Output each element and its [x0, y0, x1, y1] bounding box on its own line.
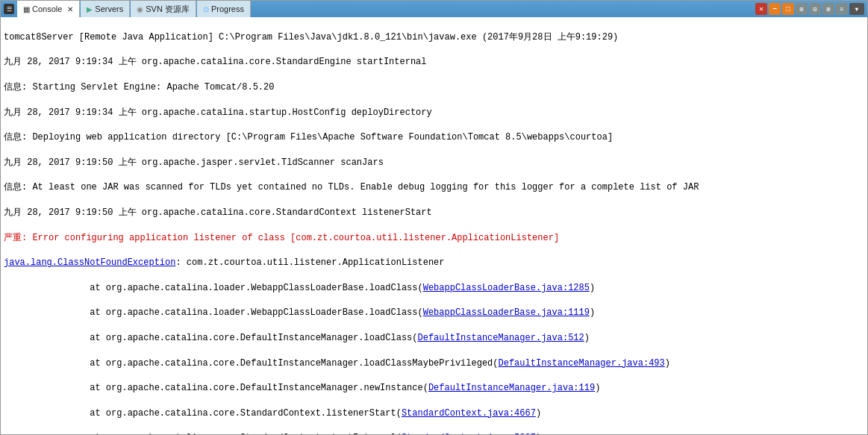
console-output[interactable]: tomcat8Server [Remote Java Application] … [1, 17, 867, 434]
console-tab-label: Console [32, 4, 62, 13]
stack-3: at org.apache.catalina.core.DefaultInsta… [4, 332, 864, 345]
log-line-7: 九月 28, 2017 9:19:50 上午 org.apache.catali… [4, 207, 864, 219]
svn-tab-icon: ◉ [137, 5, 143, 13]
stack-link-7[interactable]: StandardContext.java:5207 [402, 433, 536, 434]
window-controls: ✕ − □ ⊞ ⊟ ⊠ ≡ ▼ [755, 3, 864, 15]
stack-link-3[interactable]: DefaultInstanceManager.java:512 [418, 333, 584, 343]
progress-tab-icon: ⊙ [203, 5, 209, 13]
title-bar: ☰ ▦ Console ✕ ▶ Servers ◉ SVN 资源库 ⊙ Prog… [1, 1, 867, 17]
tab-servers[interactable]: ▶ Servers [81, 1, 130, 17]
extra-btn-2[interactable]: − [769, 3, 781, 15]
extra-btn-8[interactable]: ▼ [849, 3, 864, 15]
stack-6: at org.apache.catalina.core.StandardCont… [4, 407, 864, 420]
log-line-8: 严重: Error configuring application listen… [4, 232, 864, 245]
extra-btn-4[interactable]: ⊞ [796, 3, 808, 15]
stack-2: at org.apache.catalina.loader.WebappClas… [4, 307, 864, 319]
servers-tab-icon: ▶ [87, 5, 93, 13]
stack-link-1[interactable]: WebappClassLoaderBase.java:1285 [423, 283, 590, 293]
progress-tab-label: Progress [211, 4, 244, 13]
tab-bar: ▦ Console ✕ ▶ Servers ◉ SVN 资源库 ⊙ Progre… [17, 1, 752, 17]
header-line: tomcat8Server [Remote Java Application] … [4, 31, 864, 44]
exception-line: java.lang.ClassNotFoundException: com.zt… [4, 257, 864, 269]
stack-link-6[interactable]: StandardContext.java:4667 [402, 408, 536, 419]
servers-tab-label: Servers [95, 4, 123, 13]
extra-btn-7[interactable]: ≡ [836, 3, 848, 15]
log-line-1: 九月 28, 2017 9:19:34 上午 org.apache.catali… [4, 56, 864, 69]
stack-5: at org.apache.catalina.core.DefaultInsta… [4, 382, 864, 395]
stack-1: at org.apache.catalina.loader.WebappClas… [4, 282, 864, 295]
tab-console[interactable]: ▦ Console ✕ [17, 1, 80, 17]
tab-progress[interactable]: ⊙ Progress [197, 1, 251, 17]
exception-class-link[interactable]: java.lang.ClassNotFoundException [4, 257, 175, 268]
stack-link-2[interactable]: WebappClassLoaderBase.java:1119 [423, 307, 590, 318]
svn-tab-label: SVN 资源库 [146, 4, 190, 15]
extra-btn-3[interactable]: □ [782, 3, 794, 15]
console-tab-close[interactable]: ✕ [67, 5, 73, 13]
app-icon: ☰ [4, 4, 14, 14]
log-line-3: 九月 28, 2017 9:19:34 上午 org.apache.catali… [4, 107, 864, 119]
stack-link-5[interactable]: DefaultInstanceManager.java:119 [428, 383, 595, 393]
log-line-2: 信息: Starting Servlet Engine: Apache Tomc… [4, 81, 864, 94]
log-line-5: 九月 28, 2017 9:19:50 上午 org.apache.jasper… [4, 157, 864, 169]
exception-message: : com.zt.courtoa.util.listener.Applicati… [175, 257, 444, 268]
stack-7: at org.apache.catalina.core.StandardCont… [4, 432, 864, 434]
extra-btn-5[interactable]: ⊟ [809, 3, 821, 15]
extra-btn-6[interactable]: ⊠ [822, 3, 834, 15]
stack-4: at org.apache.catalina.core.DefaultInsta… [4, 357, 864, 370]
tab-svn[interactable]: ◉ SVN 资源库 [131, 1, 196, 17]
main-window: ☰ ▦ Console ✕ ▶ Servers ◉ SVN 资源库 ⊙ Prog… [0, 0, 868, 435]
stack-link-4[interactable]: DefaultInstanceManager.java:493 [499, 358, 665, 369]
log-line-4: 信息: Deploying web application directory … [4, 131, 864, 144]
extra-btn-1[interactable]: ✕ [755, 3, 767, 15]
console-tab-icon: ▦ [23, 5, 30, 13]
log-line-6: 信息: At least one JAR was scanned for TLD… [4, 181, 864, 194]
